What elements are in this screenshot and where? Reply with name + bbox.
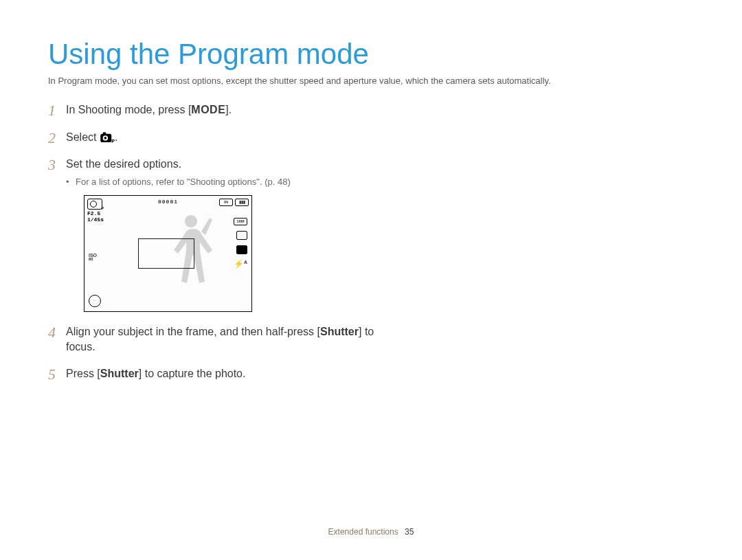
- step-text: Set the desired options.: [66, 158, 181, 170]
- lcd-counter: 00001: [158, 199, 178, 206]
- shutter-label: Shutter: [320, 326, 359, 337]
- program-mode-icon: [87, 199, 102, 210]
- step-text: .: [115, 131, 117, 143]
- step-3: 3 Set the desired options. For a list of…: [48, 157, 398, 324]
- step-5: 5 Press [Shutter] to capture the photo.: [48, 366, 398, 394]
- step-text: In Shooting mode, press [: [66, 104, 191, 115]
- shutter-label: Shutter: [100, 368, 139, 379]
- battery-icon: ▮▮▮: [235, 199, 249, 206]
- intro-text: In Program mode, you can set most option…: [48, 75, 694, 87]
- lcd-shutter: 1/45s: [87, 217, 104, 223]
- page-title: Using the Program mode: [48, 38, 694, 71]
- flash-auto-icon: ⚡A: [234, 260, 247, 268]
- step-4: 4 Align your subject in the frame, and t…: [48, 324, 398, 366]
- footer-section: Extended functions: [328, 527, 398, 537]
- af-frame: [138, 238, 194, 269]
- lcd-left-icons: ISO 80: [89, 254, 97, 260]
- image-size-icon: 16M: [234, 218, 247, 225]
- quality-icon: [236, 231, 247, 240]
- step-text: ] to capture the photo.: [139, 368, 246, 379]
- step-text: ].: [225, 104, 232, 115]
- step-number: 2: [48, 128, 56, 148]
- step-2: 2 Select P .: [48, 130, 398, 157]
- lcd-right-icons: 16M ⚡A: [234, 218, 247, 268]
- step-number: 1: [48, 100, 56, 121]
- step-text: Select: [66, 131, 100, 143]
- steps-list: 1 In Shooting mode, press [MODE]. 2 Sele…: [48, 102, 398, 394]
- step-number: 5: [48, 364, 56, 385]
- footer-page-number: 35: [405, 527, 414, 537]
- storage-icon: IN: [219, 199, 233, 206]
- step-note: For a list of options, refer to "Shootin…: [76, 176, 398, 188]
- lcd-top-right: IN ▮▮▮: [219, 199, 249, 206]
- lcd-top-left: F2.5 1/45s: [87, 199, 104, 223]
- camera-display-illustration: F2.5 1/45s 00001 IN ▮▮▮ 16M ⚡A ISO: [84, 195, 252, 312]
- step-text: Press [: [66, 368, 100, 379]
- stabilizer-icon: [89, 295, 101, 307]
- page-footer: Extended functions 35: [0, 527, 742, 537]
- step-text: Align your subject in the frame, and the…: [66, 326, 320, 337]
- program-mode-icon: P: [100, 132, 115, 143]
- step-number: 3: [48, 155, 56, 175]
- iso-icon: ISO 80: [89, 254, 97, 260]
- svg-rect-1: [103, 132, 106, 134]
- mode-button-label: MODE: [191, 104, 225, 115]
- step-1: 1 In Shooting mode, press [MODE].: [48, 102, 398, 130]
- metering-icon: [236, 245, 247, 254]
- svg-point-3: [104, 137, 106, 139]
- step-number: 4: [48, 322, 56, 343]
